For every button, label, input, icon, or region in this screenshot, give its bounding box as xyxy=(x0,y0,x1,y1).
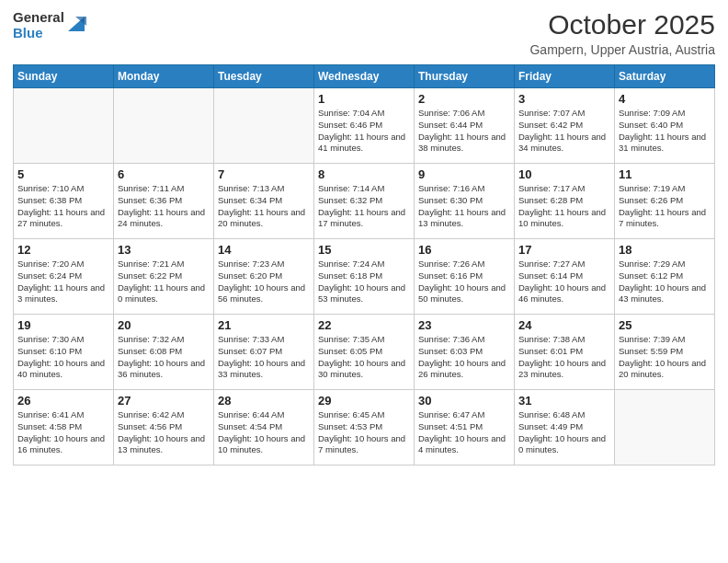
header-row: Sunday Monday Tuesday Wednesday Thursday… xyxy=(14,65,715,88)
day-cell: 6Sunrise: 7:11 AM Sunset: 6:36 PM Daylig… xyxy=(114,164,214,239)
day-number: 24 xyxy=(518,318,610,332)
day-number: 30 xyxy=(418,394,510,408)
day-cell: 13Sunrise: 7:21 AM Sunset: 6:22 PM Dayli… xyxy=(114,239,214,315)
day-cell: 2Sunrise: 7:06 AM Sunset: 6:44 PM Daylig… xyxy=(415,88,515,164)
day-number: 14 xyxy=(218,243,310,257)
day-cell xyxy=(214,88,314,164)
day-cell: 1Sunrise: 7:04 AM Sunset: 6:46 PM Daylig… xyxy=(314,88,415,164)
day-cell: 11Sunrise: 7:19 AM Sunset: 6:26 PM Dayli… xyxy=(615,164,715,239)
day-cell: 22Sunrise: 7:35 AM Sunset: 6:05 PM Dayli… xyxy=(314,315,415,390)
day-cell: 18Sunrise: 7:29 AM Sunset: 6:12 PM Dayli… xyxy=(615,239,715,315)
day-cell: 12Sunrise: 7:20 AM Sunset: 6:24 PM Dayli… xyxy=(14,239,114,315)
day-info: Sunrise: 7:35 AM Sunset: 6:05 PM Dayligh… xyxy=(318,334,410,381)
logo-blue: Blue xyxy=(13,25,64,40)
col-saturday: Saturday xyxy=(615,65,715,88)
day-cell: 16Sunrise: 7:26 AM Sunset: 6:16 PM Dayli… xyxy=(415,239,515,315)
day-cell: 31Sunrise: 6:48 AM Sunset: 4:49 PM Dayli… xyxy=(515,390,615,465)
day-cell: 7Sunrise: 7:13 AM Sunset: 6:34 PM Daylig… xyxy=(214,164,314,239)
day-cell: 29Sunrise: 6:45 AM Sunset: 4:53 PM Dayli… xyxy=(314,390,415,465)
week-row-3: 19Sunrise: 7:30 AM Sunset: 6:10 PM Dayli… xyxy=(14,315,715,390)
day-number: 8 xyxy=(318,167,410,181)
logo: General Blue xyxy=(13,9,86,41)
day-info: Sunrise: 7:17 AM Sunset: 6:28 PM Dayligh… xyxy=(518,183,610,230)
location-title: Gampern, Upper Austria, Austria xyxy=(529,42,715,57)
col-friday: Friday xyxy=(515,65,615,88)
day-number: 29 xyxy=(318,394,410,408)
day-cell: 17Sunrise: 7:27 AM Sunset: 6:14 PM Dayli… xyxy=(515,239,615,315)
day-number: 19 xyxy=(17,318,109,332)
day-info: Sunrise: 7:13 AM Sunset: 6:34 PM Dayligh… xyxy=(218,183,310,230)
calendar-body: 1Sunrise: 7:04 AM Sunset: 6:46 PM Daylig… xyxy=(14,88,715,465)
month-title: October 2025 xyxy=(529,9,715,40)
day-number: 26 xyxy=(17,394,109,408)
col-wednesday: Wednesday xyxy=(314,65,415,88)
day-info: Sunrise: 6:44 AM Sunset: 4:54 PM Dayligh… xyxy=(218,409,310,456)
day-info: Sunrise: 7:32 AM Sunset: 6:08 PM Dayligh… xyxy=(118,334,210,381)
day-cell: 27Sunrise: 6:42 AM Sunset: 4:56 PM Dayli… xyxy=(114,390,214,465)
day-info: Sunrise: 7:36 AM Sunset: 6:03 PM Dayligh… xyxy=(418,334,510,381)
day-info: Sunrise: 7:14 AM Sunset: 6:32 PM Dayligh… xyxy=(318,183,410,230)
day-info: Sunrise: 7:24 AM Sunset: 6:18 PM Dayligh… xyxy=(318,259,410,305)
day-info: Sunrise: 7:10 AM Sunset: 6:38 PM Dayligh… xyxy=(17,183,109,230)
logo-area: General Blue xyxy=(13,9,86,41)
day-info: Sunrise: 6:45 AM Sunset: 4:53 PM Dayligh… xyxy=(318,409,410,456)
day-number: 21 xyxy=(218,318,310,332)
day-info: Sunrise: 7:30 AM Sunset: 6:10 PM Dayligh… xyxy=(17,334,109,381)
day-cell: 8Sunrise: 7:14 AM Sunset: 6:32 PM Daylig… xyxy=(314,164,415,239)
day-cell: 15Sunrise: 7:24 AM Sunset: 6:18 PM Dayli… xyxy=(314,239,415,315)
day-info: Sunrise: 7:16 AM Sunset: 6:30 PM Dayligh… xyxy=(418,183,510,230)
logo-triangle-icon xyxy=(66,13,86,33)
day-number: 18 xyxy=(619,243,711,257)
day-cell: 23Sunrise: 7:36 AM Sunset: 6:03 PM Dayli… xyxy=(415,315,515,390)
day-number: 20 xyxy=(118,318,210,332)
page: General Blue October 2025 Gampern, Upper… xyxy=(0,0,728,563)
day-cell: 25Sunrise: 7:39 AM Sunset: 5:59 PM Dayli… xyxy=(615,315,715,390)
day-info: Sunrise: 7:27 AM Sunset: 6:14 PM Dayligh… xyxy=(518,259,610,305)
day-cell: 19Sunrise: 7:30 AM Sunset: 6:10 PM Dayli… xyxy=(14,315,114,390)
title-area: October 2025 Gampern, Upper Austria, Aus… xyxy=(529,9,715,57)
day-info: Sunrise: 7:33 AM Sunset: 6:07 PM Dayligh… xyxy=(218,334,310,381)
day-number: 31 xyxy=(518,394,610,408)
day-info: Sunrise: 6:42 AM Sunset: 4:56 PM Dayligh… xyxy=(118,409,210,456)
day-number: 27 xyxy=(118,394,210,408)
day-number: 25 xyxy=(619,318,711,332)
day-cell: 28Sunrise: 6:44 AM Sunset: 4:54 PM Dayli… xyxy=(214,390,314,465)
day-number: 2 xyxy=(418,92,510,106)
day-info: Sunrise: 7:11 AM Sunset: 6:36 PM Dayligh… xyxy=(118,183,210,230)
day-info: Sunrise: 6:47 AM Sunset: 4:51 PM Dayligh… xyxy=(418,409,510,456)
day-info: Sunrise: 7:26 AM Sunset: 6:16 PM Dayligh… xyxy=(418,259,510,305)
day-number: 7 xyxy=(218,167,310,181)
day-info: Sunrise: 7:38 AM Sunset: 6:01 PM Dayligh… xyxy=(518,334,610,381)
day-info: Sunrise: 7:07 AM Sunset: 6:42 PM Dayligh… xyxy=(518,108,610,155)
day-cell: 5Sunrise: 7:10 AM Sunset: 6:38 PM Daylig… xyxy=(14,164,114,239)
day-cell: 9Sunrise: 7:16 AM Sunset: 6:30 PM Daylig… xyxy=(415,164,515,239)
day-number: 28 xyxy=(218,394,310,408)
day-cell: 4Sunrise: 7:09 AM Sunset: 6:40 PM Daylig… xyxy=(615,88,715,164)
week-row-4: 26Sunrise: 6:41 AM Sunset: 4:58 PM Dayli… xyxy=(14,390,715,465)
day-number: 15 xyxy=(318,243,410,257)
week-row-0: 1Sunrise: 7:04 AM Sunset: 6:46 PM Daylig… xyxy=(14,88,715,164)
day-number: 3 xyxy=(518,92,610,106)
header: General Blue October 2025 Gampern, Upper… xyxy=(13,9,715,57)
day-number: 17 xyxy=(518,243,610,257)
day-cell: 10Sunrise: 7:17 AM Sunset: 6:28 PM Dayli… xyxy=(515,164,615,239)
day-cell xyxy=(114,88,214,164)
day-cell xyxy=(14,88,114,164)
day-number: 4 xyxy=(619,92,711,106)
day-cell: 30Sunrise: 6:47 AM Sunset: 4:51 PM Dayli… xyxy=(415,390,515,465)
day-number: 16 xyxy=(418,243,510,257)
day-cell: 3Sunrise: 7:07 AM Sunset: 6:42 PM Daylig… xyxy=(515,88,615,164)
week-row-2: 12Sunrise: 7:20 AM Sunset: 6:24 PM Dayli… xyxy=(14,239,715,315)
day-cell: 14Sunrise: 7:23 AM Sunset: 6:20 PM Dayli… xyxy=(214,239,314,315)
day-info: Sunrise: 7:09 AM Sunset: 6:40 PM Dayligh… xyxy=(619,108,711,155)
calendar: Sunday Monday Tuesday Wednesday Thursday… xyxy=(13,64,715,465)
col-monday: Monday xyxy=(114,65,214,88)
day-info: Sunrise: 6:48 AM Sunset: 4:49 PM Dayligh… xyxy=(518,409,610,456)
day-number: 10 xyxy=(518,167,610,181)
day-cell: 24Sunrise: 7:38 AM Sunset: 6:01 PM Dayli… xyxy=(515,315,615,390)
week-row-1: 5Sunrise: 7:10 AM Sunset: 6:38 PM Daylig… xyxy=(14,164,715,239)
day-number: 23 xyxy=(418,318,510,332)
day-cell: 20Sunrise: 7:32 AM Sunset: 6:08 PM Dayli… xyxy=(114,315,214,390)
logo-text: General Blue xyxy=(13,9,64,41)
day-info: Sunrise: 7:21 AM Sunset: 6:22 PM Dayligh… xyxy=(118,259,210,305)
